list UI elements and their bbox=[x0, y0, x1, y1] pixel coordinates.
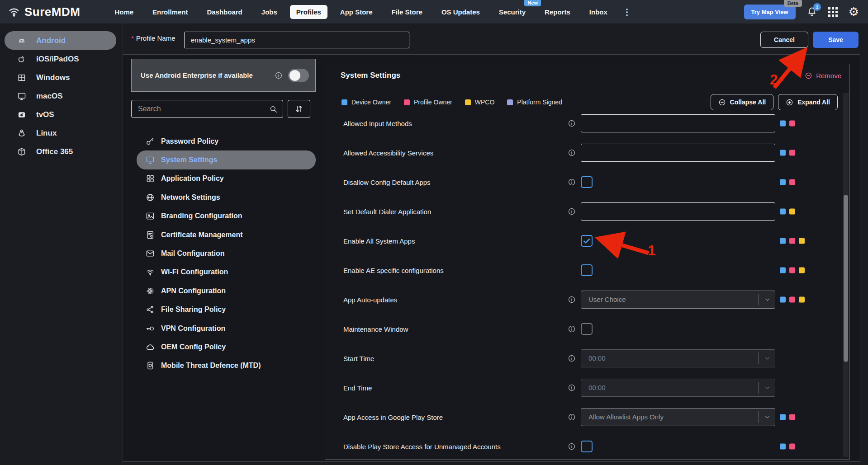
policy-item-wi-fi-configuration[interactable]: Wi-Fi Configuration bbox=[137, 263, 316, 282]
windows-icon bbox=[17, 73, 26, 82]
setting-text-input[interactable] bbox=[581, 202, 775, 221]
tab-label: Dashboard bbox=[207, 8, 242, 16]
expand-all-button[interactable]: Expand All bbox=[778, 94, 838, 110]
policy-item-mail-configuration[interactable]: Mail Configuration bbox=[137, 244, 316, 263]
sidebar-item-windows[interactable]: Windows bbox=[5, 68, 116, 87]
setting-dropdown[interactable]: 00:00 bbox=[581, 379, 775, 397]
setting-dropdown[interactable]: Allow Allowlist Apps Only bbox=[581, 408, 775, 426]
setting-dropdown[interactable]: User Choice bbox=[581, 291, 775, 309]
policy-search bbox=[131, 100, 283, 118]
tab-inbox[interactable]: Inbox bbox=[583, 5, 614, 19]
sidebar-item-linux[interactable]: Linux bbox=[5, 124, 116, 142]
tv-icon bbox=[17, 110, 26, 119]
profile-name-input[interactable] bbox=[184, 32, 409, 48]
settings-row-allowed-accessibility-services: Allowed Accessibility Services bbox=[325, 138, 849, 167]
policy-item-password-policy[interactable]: Password Policy bbox=[137, 132, 316, 150]
info-icon[interactable] bbox=[568, 442, 576, 451]
legend-wpco: WPCO bbox=[465, 99, 495, 106]
setting-checkbox[interactable] bbox=[581, 441, 593, 452]
tab-os-updates[interactable]: OS Updates bbox=[435, 5, 486, 19]
chip-blue bbox=[780, 150, 786, 155]
sidebar-item-office-365[interactable]: Office 365 bbox=[5, 142, 116, 161]
info-icon[interactable] bbox=[568, 384, 576, 392]
tab-home[interactable]: Home bbox=[108, 5, 140, 19]
policy-item-oem-config-policy[interactable]: OEM Config Policy bbox=[137, 338, 316, 356]
sidebar-item-macos[interactable]: macOS bbox=[5, 87, 116, 105]
info-icon[interactable] bbox=[568, 325, 576, 333]
annotation-step-2: 2 bbox=[770, 71, 778, 88]
info-icon[interactable] bbox=[568, 149, 576, 157]
tab-profiles[interactable]: Profiles bbox=[290, 5, 327, 19]
info-icon[interactable] bbox=[568, 178, 576, 186]
tab-app-store[interactable]: App Store bbox=[334, 5, 379, 19]
app-grid-icon[interactable] bbox=[828, 7, 838, 17]
sidebar-item-tvos[interactable]: tvOS bbox=[5, 105, 116, 124]
tab-file-store[interactable]: File Store bbox=[385, 5, 429, 19]
sort-button[interactable] bbox=[288, 100, 310, 118]
tab-label: Security bbox=[499, 8, 526, 16]
notifications-button[interactable]: 1 bbox=[806, 6, 817, 17]
main-nav: HomeEnrollmentDashboardJobsProfilesApp S… bbox=[108, 5, 634, 19]
search-input[interactable] bbox=[132, 105, 269, 113]
chip-pink bbox=[789, 179, 795, 185]
info-icon[interactable] bbox=[568, 354, 576, 362]
policy-item-system-settings[interactable]: System Settings bbox=[137, 150, 316, 169]
setting-text-input[interactable] bbox=[581, 144, 775, 162]
info-icon[interactable] bbox=[568, 413, 576, 421]
chip-pink bbox=[789, 150, 795, 155]
owner-type-chips bbox=[780, 414, 795, 420]
policy-item-file-sharing-policy[interactable]: File Sharing Policy bbox=[137, 301, 316, 319]
plus-circle-icon bbox=[786, 99, 793, 106]
setting-dropdown[interactable]: 00:00 bbox=[581, 349, 775, 367]
collapse-all-button[interactable]: Collapse All bbox=[711, 94, 774, 110]
policy-item-certificate-management[interactable]: Certificate Management bbox=[137, 225, 316, 244]
dropdown-divider bbox=[758, 352, 759, 364]
panel-scrollbar[interactable] bbox=[843, 93, 849, 457]
ae-toggle-switch[interactable] bbox=[288, 69, 309, 82]
policy-item-vpn-configuration[interactable]: VPN Configuration bbox=[137, 319, 316, 338]
info-icon[interactable] bbox=[568, 207, 576, 216]
setting-label: Enable AE specific configurations bbox=[343, 266, 444, 274]
more-menu-icon[interactable]: ⋮ bbox=[620, 7, 634, 17]
settings-gear-icon[interactable]: ⚙ bbox=[849, 6, 859, 18]
save-button[interactable]: Save bbox=[813, 32, 859, 48]
chevron-down-icon bbox=[764, 296, 771, 303]
policy-item-application-policy[interactable]: Application Policy bbox=[137, 169, 316, 188]
policy-item-branding-configuration[interactable]: Branding Configuration bbox=[137, 207, 316, 225]
try-map-view-button[interactable]: Try Map View Beta bbox=[744, 5, 796, 19]
chip-pink bbox=[789, 414, 795, 420]
scrollbar-thumb[interactable] bbox=[844, 195, 848, 362]
sidebar-item-ios-ipados[interactable]: iOS/iPadOS bbox=[5, 50, 116, 68]
info-icon[interactable] bbox=[568, 296, 576, 304]
tab-reports[interactable]: Reports bbox=[538, 5, 577, 19]
cancel-button[interactable]: Cancel bbox=[760, 32, 808, 48]
info-icon[interactable] bbox=[275, 71, 283, 80]
policy-item-mobile-threat-defence-mtd[interactable]: Mobile Threat Defence (MTD) bbox=[137, 357, 316, 375]
platform-label: Linux bbox=[36, 129, 57, 138]
setting-label: Allowed Accessibility Services bbox=[343, 149, 433, 156]
minus-circle-icon bbox=[718, 99, 726, 106]
setting-checkbox[interactable] bbox=[581, 176, 593, 188]
chip-pink bbox=[789, 120, 795, 126]
info-icon[interactable] bbox=[568, 119, 576, 127]
setting-checkbox-checked[interactable] bbox=[581, 235, 593, 247]
app-logo[interactable]: SureMDM bbox=[8, 5, 80, 19]
certificate-icon bbox=[146, 230, 155, 240]
owner-type-chips bbox=[780, 150, 795, 155]
chip-yellow bbox=[799, 296, 805, 302]
profile-name-label: *Profile Name bbox=[131, 34, 175, 42]
tab-dashboard[interactable]: Dashboard bbox=[200, 5, 248, 19]
tab-security[interactable]: SecurityNew bbox=[493, 5, 532, 19]
tab-enrollment[interactable]: Enrollment bbox=[146, 5, 194, 19]
sidebar-item-android[interactable]: Android bbox=[5, 31, 116, 50]
settings-rows: Allowed Input MethodsAllowed Accessibili… bbox=[325, 108, 849, 461]
tab-jobs[interactable]: Jobs bbox=[255, 5, 284, 19]
settings-row-enable-ae-specific-configurations: Enable AE specific configurations bbox=[325, 255, 849, 285]
expand-all-label: Expand All bbox=[797, 99, 830, 106]
setting-checkbox[interactable] bbox=[581, 264, 593, 276]
setting-text-input[interactable] bbox=[581, 114, 775, 132]
image-icon bbox=[146, 211, 155, 221]
setting-checkbox[interactable] bbox=[581, 323, 593, 335]
policy-item-apn-configuration[interactable]: APN Configuration bbox=[137, 282, 316, 300]
policy-item-network-settings[interactable]: Network Settings bbox=[137, 188, 316, 207]
